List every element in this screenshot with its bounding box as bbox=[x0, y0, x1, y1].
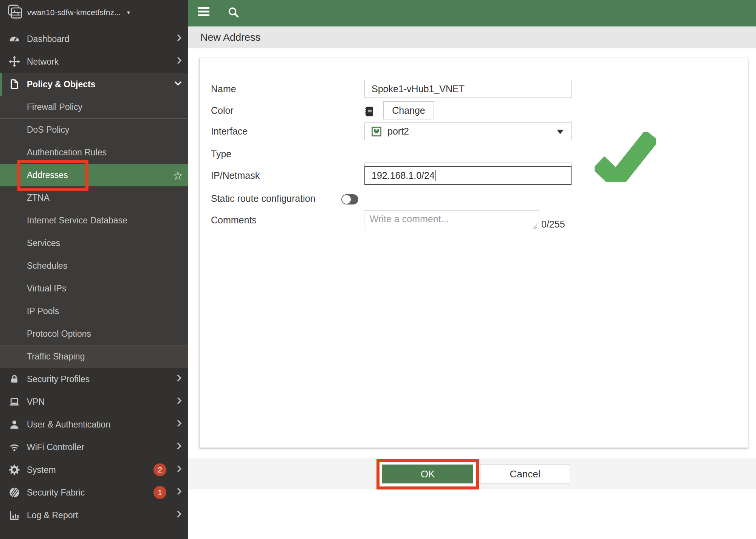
sidebar-item-log-report[interactable]: Log & Report bbox=[0, 504, 188, 527]
page-title-bar: New Address bbox=[188, 26, 756, 48]
lock-icon bbox=[8, 373, 20, 385]
chevron-right-icon bbox=[175, 441, 183, 453]
ethernet-port-icon bbox=[372, 127, 381, 136]
interface-value: port2 bbox=[387, 126, 409, 137]
sidebar-item-firewall-policy[interactable]: Firewall Policy bbox=[0, 96, 188, 118]
ip-netmask-value: 192.168.1.0/24 bbox=[372, 170, 435, 181]
ok-button[interactable]: OK bbox=[382, 465, 473, 483]
favorite-star-icon[interactable]: ☆ bbox=[173, 169, 183, 182]
sidebar-item-policy-objects[interactable]: Policy & Objects bbox=[0, 73, 188, 96]
chevron-right-icon bbox=[175, 56, 183, 68]
cancel-button[interactable]: Cancel bbox=[480, 465, 570, 483]
sidebar-item-dos-policy[interactable]: DoS Policy bbox=[0, 118, 188, 141]
sidebar-item-dashboard[interactable]: Dashboard bbox=[0, 28, 188, 50]
success-check-annotation bbox=[595, 132, 656, 184]
ok-highlight-annotation: OK bbox=[376, 459, 479, 489]
chevron-right-icon bbox=[175, 418, 183, 431]
color-swatch-icon bbox=[364, 106, 374, 118]
sidebar-item-schedules[interactable]: Schedules bbox=[0, 254, 188, 277]
system-alert-badge: 2 bbox=[153, 463, 166, 476]
sidebar-item-label: Policy & Objects bbox=[27, 79, 96, 90]
sidebar-item-system[interactable]: System 2 bbox=[0, 458, 188, 481]
resize-handle-icon[interactable] bbox=[531, 223, 538, 231]
chevron-down-icon bbox=[173, 79, 183, 90]
ip-netmask-input[interactable]: 192.168.1.0/24 bbox=[364, 166, 572, 185]
bar-chart-icon bbox=[8, 509, 20, 521]
chevron-right-icon bbox=[175, 373, 183, 385]
static-route-toggle[interactable] bbox=[341, 194, 358, 204]
sidebar-item-ip-pools[interactable]: IP Pools bbox=[0, 300, 188, 322]
chevron-right-icon bbox=[175, 33, 183, 45]
sidebar-item-network[interactable]: Network bbox=[0, 50, 188, 73]
chevron-right-icon bbox=[175, 396, 183, 408]
device-selector[interactable]: vwan10-sdfw-kmcetfsfnz... ▼ bbox=[0, 0, 188, 25]
security-fabric-icon bbox=[8, 486, 20, 499]
page-title: New Address bbox=[200, 32, 260, 43]
search-icon[interactable] bbox=[227, 6, 239, 18]
interface-select[interactable]: port2 bbox=[364, 122, 572, 140]
sidebar-item-addresses[interactable]: Addresses ☆ bbox=[0, 164, 188, 186]
color-label: Color bbox=[211, 101, 234, 119]
wifi-icon bbox=[8, 441, 20, 453]
select-caret-icon bbox=[557, 130, 564, 134]
chevron-right-icon bbox=[175, 509, 183, 521]
color-change-button[interactable]: Change bbox=[383, 101, 434, 119]
security-fabric-alert-badge: 1 bbox=[153, 486, 166, 499]
text-cursor bbox=[435, 170, 436, 181]
document-icon bbox=[8, 78, 20, 90]
sidebar-item-label: Dashboard bbox=[27, 34, 70, 44]
move-arrows-icon bbox=[8, 56, 20, 68]
comments-counter: 0/255 bbox=[541, 218, 565, 230]
policy-objects-group: Policy & Objects Firewall Policy DoS Pol… bbox=[0, 73, 188, 368]
sidebar-item-virtual-ips[interactable]: Virtual IPs bbox=[0, 277, 188, 300]
sidebar-item-wifi-controller[interactable]: WiFi Controller bbox=[0, 436, 188, 458]
caret-down-icon: ▼ bbox=[126, 10, 131, 15]
sidebar-item-services[interactable]: Services bbox=[0, 232, 188, 254]
sidebar-item-label: Network bbox=[27, 57, 59, 67]
sidebar-item-authentication-rules[interactable]: Authentication Rules bbox=[0, 141, 188, 164]
sidebar-item-user-authentication[interactable]: User & Authentication bbox=[0, 413, 188, 436]
user-icon bbox=[8, 418, 20, 431]
ip-netmask-label: IP/Netmask bbox=[211, 166, 260, 185]
gauge-icon bbox=[8, 33, 20, 45]
chevron-right-icon bbox=[175, 486, 183, 499]
new-address-form: Name Color Change Interface port2 Type S… bbox=[199, 58, 748, 448]
laptop-icon bbox=[8, 396, 20, 408]
comments-textarea[interactable] bbox=[364, 210, 539, 230]
type-label: Type bbox=[211, 145, 231, 163]
sidebar-item-traffic-shaping[interactable]: Traffic Shaping bbox=[0, 345, 188, 368]
toggle-knob bbox=[342, 195, 351, 204]
static-route-label: Static route configuration bbox=[211, 191, 316, 206]
sidebar-item-security-fabric[interactable]: Security Fabric 1 bbox=[0, 481, 188, 504]
sidebar-item-vpn[interactable]: VPN bbox=[0, 390, 188, 413]
device-name: vwan10-sdfw-kmcetfsfnz... bbox=[27, 8, 121, 17]
sidebar-item-ztna[interactable]: ZTNA bbox=[0, 186, 188, 209]
sidebar: vwan10-sdfw-kmcetfsfnz... ▼ Dashboard Ne… bbox=[0, 0, 188, 539]
hamburger-menu-icon[interactable] bbox=[198, 7, 209, 17]
top-bar bbox=[188, 0, 756, 26]
sidebar-item-security-profiles[interactable]: Security Profiles bbox=[0, 368, 188, 390]
interface-label: Interface bbox=[211, 122, 248, 140]
main-content: Name Color Change Interface port2 Type S… bbox=[188, 48, 756, 539]
name-input[interactable] bbox=[364, 80, 572, 98]
sidebar-item-internet-service-database[interactable]: Internet Service Database bbox=[0, 209, 188, 232]
gear-icon bbox=[8, 464, 20, 476]
name-label: Name bbox=[211, 80, 236, 98]
fortigate-device-icon bbox=[8, 4, 23, 21]
chevron-right-icon bbox=[175, 464, 183, 476]
comments-label: Comments bbox=[211, 210, 257, 230]
sidebar-item-protocol-options[interactable]: Protocol Options bbox=[0, 322, 188, 345]
